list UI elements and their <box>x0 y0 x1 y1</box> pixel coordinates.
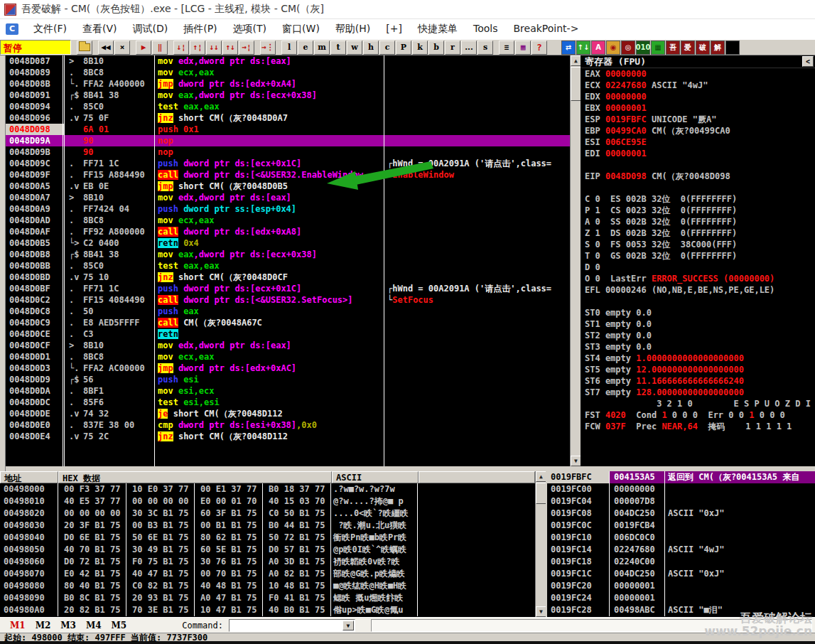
disasm-row[interactable]: 0048D0D9┌$56push esi <box>6 374 570 385</box>
executables-button[interactable]: e <box>298 41 313 55</box>
command-input[interactable]: ▼ <box>229 619 355 632</box>
tab-M4[interactable]: M4 <box>86 621 102 630</box>
disasm-row[interactable]: 0048D0D1.8BC8mov ecx,eax <box>6 351 570 363</box>
menu-item-帮助(H)[interactable]: 帮助(H) <box>328 23 378 34</box>
register-row[interactable]: ST0 empty 0.0 <box>581 307 815 318</box>
disasm-row[interactable]: 0048D0A5.vEB 0Ejmp short CM(（灰?0048D0B5 <box>6 181 570 192</box>
register-row[interactable]: EBX 00000001 <box>581 102 815 114</box>
step-over-icon[interactable]: ↑¦ <box>190 41 205 55</box>
disasm-row[interactable]: 0048D09A90nop <box>6 135 570 146</box>
disasm-row[interactable]: 0048D0BB.85C0test eax,eax <box>6 260 570 272</box>
register-row[interactable]: D 0 <box>581 262 815 273</box>
run-trace-button[interactable]: ... <box>461 41 477 55</box>
disasm-row[interactable]: 0048D0DE.v74 32je short CM(（灰?0048D112 <box>6 408 570 419</box>
register-row[interactable]: EFL 00000246 (NO,NB,E,BE,NS,PE,GE,LE) <box>581 284 815 296</box>
disasm-row[interactable]: 0048D0BD.v75 10jnz short CM(（灰?0048D0CF <box>6 272 570 283</box>
register-row[interactable]: A 0 SS 002B 32位 0(FFFFFFFF) <box>581 216 815 227</box>
register-row[interactable]: ST1 empty 0.0 <box>581 318 815 330</box>
disasm-row[interactable]: 0048D09F.FF15 A884490call dword ptr ds:[… <box>6 169 570 181</box>
handles-button[interactable]: h <box>363 41 379 55</box>
stack-row[interactable]: 0019FC1C004DC250ASCII "0xJ" <box>547 568 815 580</box>
appearance-icon[interactable]: ▦ <box>515 41 531 55</box>
tab-M1[interactable]: M1 <box>10 621 26 630</box>
disasm-scrollbar[interactable]: ▲ ▼ <box>570 55 581 466</box>
disasm-row[interactable]: 0048D0CE.C3retn <box>6 328 570 340</box>
disasm-row[interactable]: 0048D089.8BC8mov ecx,eax <box>6 67 570 78</box>
register-row[interactable]: EAX 00000000 <box>581 68 815 80</box>
register-row[interactable]: ECX 02247680 ASCII "4wJ" <box>581 80 815 91</box>
dump-row[interactable]: 00498060D0 72 B1 75F0 75 B1 7530 76 B1 7… <box>0 556 535 568</box>
register-row[interactable]: ST5 empty 12.000000000000000000 <box>581 364 815 375</box>
register-row[interactable]: EDI 00000001 <box>581 148 815 159</box>
menu-item-窗口(W)[interactable]: 窗口(W) <box>274 23 328 34</box>
register-row[interactable]: O 0 LastErr ERROR_SUCCESS (00000000) <box>581 273 815 284</box>
open-file-icon[interactable] <box>77 41 92 55</box>
memory-dump-pane[interactable]: 地址 HEX 数据 ASCII 0049800000 F3 37 7710 E0… <box>0 471 535 617</box>
pause-icon[interactable]: ‖ <box>152 41 168 55</box>
register-row[interactable]: ST3 empty 0.0 <box>581 341 815 353</box>
menu-item-BreakPoint->[interactable]: BreakPoint-> <box>505 23 586 34</box>
disasm-row[interactable]: 0048D0B5└>C2 0400retn 0x4 <box>6 237 570 249</box>
disasm-row[interactable]: 0048D0D3└.FFA2 AC00000jmp dword ptr ds:[… <box>6 363 570 374</box>
source-button[interactable]: s <box>477 41 493 55</box>
stack-row[interactable]: 0019FC08004DC250ASCII "0xJ" <box>547 508 815 520</box>
register-row[interactable]: ST6 empty 11.166666666666666240 <box>581 375 815 387</box>
register-row[interactable]: C 0 ES 002B 32位 0(FFFFFFFF) <box>581 193 815 205</box>
updown-plugin-icon[interactable]: ↑↓ <box>576 41 590 55</box>
child-window-icon[interactable]: C <box>6 23 18 35</box>
menu-item-插件(P)[interactable]: 插件(P) <box>176 23 225 34</box>
a-plugin-icon[interactable]: A <box>591 41 605 55</box>
disasm-row[interactable]: 0048D0BF.FF71 1Cpush dword ptr ds:[ecx+0… <box>6 283 570 294</box>
disasm-row[interactable]: 0048D0C9.E8 AED5FFFFcall CM(（灰?0048A67C <box>6 317 570 328</box>
stack-pane[interactable]: 0019FBFC004153A5返回到 CM(（灰?004153A5 来自001… <box>547 471 815 617</box>
stack-row[interactable]: 0019FC2000000001 <box>547 580 815 592</box>
disasm-row[interactable]: 0048D0CF>8B10mov edx,dword ptr ds:[eax] <box>6 340 570 351</box>
stack-row[interactable]: 0019FC10006DC0C0 <box>547 532 815 544</box>
scroll-down-icon[interactable]: ▼ <box>536 606 546 617</box>
patches-button[interactable]: P <box>396 41 411 55</box>
disasm-row[interactable]: 0048D0A9.FF7424 04push dword ptr ss:[esp… <box>6 203 570 215</box>
stack-row[interactable]: 0019FC1802240C00 <box>547 556 815 568</box>
register-row[interactable]: ST4 empty 1.0000000000000000000 <box>581 353 815 364</box>
stack-row[interactable]: 0019FC1402247680ASCII "4wJ" <box>547 544 815 556</box>
menu-item-快捷菜单[interactable]: 快捷菜单 <box>410 23 465 34</box>
collapse-button[interactable]: < <box>802 56 814 67</box>
animate-over-icon[interactable]: ↑↓ <box>222 41 238 55</box>
stack-row[interactable]: 0019FC2400000001 <box>547 592 815 604</box>
menu-item-调试(D)[interactable]: 调试(D) <box>125 23 176 34</box>
dump-row[interactable]: 0049803020 3F B1 7500 B3 B1 7500 B1 B1 7… <box>0 520 535 532</box>
swap-plugin-icon[interactable]: ⇄ <box>561 41 576 55</box>
jie-icon[interactable]: 解 <box>711 41 725 55</box>
scroll-thumb[interactable] <box>536 483 546 504</box>
register-row[interactable]: 3 2 1 0 E S P U O Z D I <box>581 398 815 409</box>
ring-plugin-icon[interactable]: ◎ <box>621 41 635 55</box>
menu-item-文件(F)[interactable]: 文件(F) <box>26 23 75 34</box>
execute-till-cursor-icon[interactable]: →⋮ <box>260 41 276 55</box>
options-list-icon[interactable]: ≡ <box>499 41 514 55</box>
breakpoints-button[interactable]: b <box>428 41 444 55</box>
scroll-up-icon[interactable]: ▲ <box>536 471 546 482</box>
disasm-row[interactable]: 0048D0986A 01push 0x1 <box>6 124 570 135</box>
dump-row[interactable]: 00498040D0 6E B1 7550 6E B1 7580 62 B1 7… <box>0 532 535 544</box>
po-icon[interactable]: 破 <box>696 41 710 55</box>
grid-plugin-icon[interactable]: ▦ <box>651 41 665 55</box>
log-window-button[interactable]: l <box>281 41 297 55</box>
stack-row[interactable]: 0019FC2800498ABCASCII "■泪" <box>547 604 815 616</box>
menu-item-[+][interactable]: [+] <box>378 23 410 34</box>
target-plugin-icon[interactable]: ◉ <box>606 41 620 55</box>
step-into-icon[interactable]: ↓¦ <box>173 41 189 55</box>
dump-row[interactable]: 0049800000 F3 37 7710 E0 37 7700 E1 37 7… <box>0 483 535 495</box>
disasm-row[interactable]: 0048D094.85C0test eax,eax <box>6 101 570 112</box>
menu-item-Tools[interactable]: Tools <box>465 23 506 34</box>
stack-row[interactable]: 0019FC04000007D8 <box>547 495 815 508</box>
close-icon[interactable]: × <box>114 41 130 55</box>
disasm-row[interactable]: 0048D0C8.50push eax <box>6 306 570 317</box>
disassembly-pane[interactable]: 0048D087>8B10mov edx,dword ptr ds:[eax]0… <box>6 55 570 466</box>
disasm-row[interactable]: 0048D096.v75 0Fjnz short CM(（灰?0048D0A7 <box>6 112 570 124</box>
dump-row[interactable]: 00498090B0 8C B1 7520 93 B1 75A0 47 B1 7… <box>0 592 535 604</box>
register-row[interactable]: ESP 0019FBFC UNICODE "厥A" <box>581 114 815 125</box>
call-stack-button[interactable]: k <box>412 41 428 55</box>
tab-M5[interactable]: M5 <box>112 621 127 630</box>
register-row[interactable]: P 1 CS 0023 32位 0(FFFFFFFF) <box>581 205 815 216</box>
register-row[interactable]: S 0 FS 0053 32位 38C000(FFF) <box>581 239 815 250</box>
